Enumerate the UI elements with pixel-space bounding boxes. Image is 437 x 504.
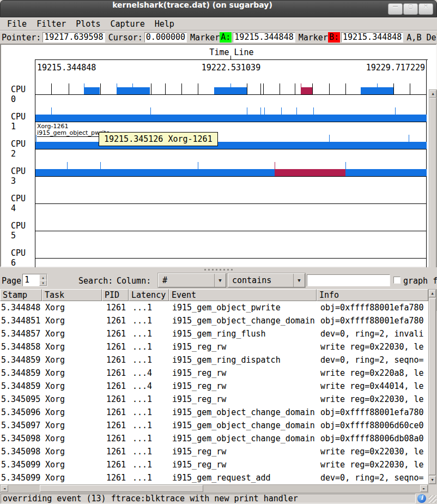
timeline-graph-panel[interactable]: Time Line 19215.34484819222.53103919229.… bbox=[0, 44, 437, 267]
column-header-latency[interactable]: Latency bbox=[129, 289, 169, 301]
maximize-button[interactable]: ▢ bbox=[403, 3, 418, 15]
cell-stamp: 5.345098 bbox=[0, 432, 42, 445]
table-row[interactable]: 5.345099Xorg1261...1i915_gem_request_add… bbox=[0, 471, 428, 484]
close-icon: ✕ bbox=[423, 4, 428, 10]
titlebar[interactable]: kernelshark(trace.dat) (on sugarbay) — ▢… bbox=[0, 0, 437, 17]
match-select[interactable]: contains ▼ bbox=[228, 273, 305, 287]
table-row[interactable]: 5.345095Xorg1261...1i915_reg_rwwrite reg… bbox=[0, 393, 428, 406]
table-row[interactable]: 5.344857Xorg1261...1i915_gem_ring_flushd… bbox=[0, 327, 428, 340]
cpu-label-6: CPU 6 bbox=[1, 248, 33, 268]
cpu-plot-0[interactable] bbox=[35, 78, 427, 95]
cpu-label-1: CPU 1 bbox=[1, 112, 33, 131]
resize-grip[interactable] bbox=[429, 495, 436, 503]
column-select-value: # bbox=[162, 275, 167, 285]
spin-down-icon[interactable]: ▼ bbox=[39, 280, 47, 286]
event-tick bbox=[51, 83, 52, 94]
cell-task: Xorg bbox=[42, 458, 102, 471]
cpu-baseline bbox=[35, 231, 427, 231]
search-entry[interactable] bbox=[307, 274, 390, 286]
menu-item-filter[interactable]: Filter bbox=[32, 19, 71, 29]
scroll-left-icon[interactable]: ◄ bbox=[1, 485, 8, 492]
table-row[interactable]: 5.344848Xorg1261...1i915_gem_object_pwri… bbox=[0, 301, 428, 314]
cell-pid: 1261 bbox=[102, 340, 129, 353]
cell-pid: 1261 bbox=[102, 458, 129, 471]
column-select[interactable]: # ▼ bbox=[158, 273, 226, 287]
column-header-event[interactable]: Event bbox=[169, 289, 317, 301]
cell-info: dev=0, ring=2, seqno= bbox=[317, 471, 428, 484]
cell-stamp: 5.345095 bbox=[0, 393, 42, 406]
task-event-tick bbox=[100, 162, 101, 176]
column-header-stamp[interactable]: Stamp bbox=[0, 289, 42, 301]
search-bar: Page 1 ▲ ▼ Search: Column: # ▼ contains … bbox=[0, 272, 437, 289]
menu-item-file[interactable]: File bbox=[2, 19, 32, 29]
event-tick bbox=[312, 83, 313, 94]
cpu-plot-1[interactable] bbox=[35, 105, 427, 122]
event-tick bbox=[198, 83, 198, 94]
table-row[interactable]: 5.345097Xorg1261...1i915_gem_object_chan… bbox=[0, 419, 428, 432]
menu-item-plots[interactable]: Plots bbox=[71, 19, 105, 29]
menu-item-help[interactable]: Help bbox=[150, 19, 179, 29]
task-event-tick bbox=[409, 135, 409, 149]
table-row[interactable]: 5.344851Xorg1261...1i915_gem_object_chan… bbox=[0, 314, 428, 327]
cell-pid: 1261 bbox=[102, 432, 129, 445]
ab-delta-label: A,B Delta: bbox=[406, 33, 437, 43]
info-icon[interactable]: i bbox=[417, 494, 426, 503]
task-wait-segment bbox=[275, 169, 345, 176]
table-row[interactable]: 5.344859Xorg1261...1i915_gem_ring_dispat… bbox=[0, 353, 428, 367]
scroll-up-icon[interactable]: ▲ bbox=[429, 90, 436, 98]
column-header-pid[interactable]: PID bbox=[102, 289, 129, 301]
table-vertical-scrollbar[interactable]: ▲ ▼ bbox=[428, 289, 436, 484]
scroll-up-icon[interactable]: ▲ bbox=[429, 290, 436, 297]
event-tick bbox=[69, 83, 69, 94]
cell-info: obj=0xffff88001efa780 bbox=[317, 301, 428, 314]
event-tick bbox=[393, 83, 394, 94]
cell-event: i915_reg_rw bbox=[169, 380, 317, 393]
page-spinner[interactable]: 1 ▲ ▼ bbox=[22, 274, 47, 286]
task-event-tick bbox=[84, 83, 84, 94]
table-header: StampTaskPIDLatencyEventInfo bbox=[0, 289, 428, 301]
table-scrollbar-thumb[interactable] bbox=[429, 298, 436, 475]
table-horizontal-scrollbar[interactable]: ◄ ► bbox=[0, 484, 428, 493]
cell-stamp: 5.345097 bbox=[0, 419, 42, 432]
cell-event: i915_gem_object_change_domain bbox=[169, 314, 317, 327]
close-button[interactable]: ✕ bbox=[418, 3, 433, 15]
table-row[interactable]: 5.345096Xorg1261...1i915_gem_object_chan… bbox=[0, 406, 428, 419]
table-row[interactable]: 5.344859Xorg1261...4i915_reg_rwwrite reg… bbox=[0, 380, 428, 393]
scroll-right-icon[interactable]: ► bbox=[420, 485, 428, 492]
cpu-plot-5[interactable] bbox=[35, 214, 427, 231]
event-tick bbox=[181, 83, 182, 94]
time-axis-labels: 19215.34484819222.53103919229.717229 bbox=[36, 63, 426, 71]
column-header-info[interactable]: Info bbox=[317, 289, 428, 301]
table-row[interactable]: 5.344859Xorg1261...4i915_reg_rwwrite reg… bbox=[0, 367, 428, 380]
cpu-plot-6[interactable] bbox=[35, 242, 427, 259]
cpu-baseline bbox=[35, 94, 427, 95]
menu-item-capture[interactable]: Capture bbox=[105, 19, 149, 29]
time-axis-tick-label: 19229.717229 bbox=[366, 63, 425, 73]
cell-event: i915_gem_object_change_domain bbox=[169, 419, 317, 432]
cell-task: Xorg bbox=[42, 406, 102, 419]
cpu-label-2: CPU 2 bbox=[1, 139, 33, 159]
minimize-button[interactable]: — bbox=[388, 3, 403, 15]
table-row[interactable]: 5.344858Xorg1261...1i915_reg_rwwrite reg… bbox=[0, 340, 428, 353]
cell-pid: 1261 bbox=[102, 327, 129, 340]
table-row[interactable]: 5.345099Xorg1261...1i915_reg_rwwrite reg… bbox=[0, 458, 428, 471]
task-event-tick bbox=[67, 162, 68, 176]
cpu-plot-3[interactable] bbox=[35, 160, 427, 177]
cell-task: Xorg bbox=[42, 301, 102, 314]
table-row[interactable]: 5.345098Xorg1261...1i915_gem_object_chan… bbox=[0, 432, 428, 445]
cell-info: write reg=0x22030, le bbox=[317, 445, 428, 458]
task-event-tick bbox=[51, 107, 52, 122]
cpu-plot-4[interactable] bbox=[35, 187, 427, 204]
cell-latency: ...1 bbox=[129, 419, 169, 432]
table-hscrollbar-thumb[interactable] bbox=[40, 485, 203, 492]
table-row[interactable]: 5.345098Xorg1261...1i915_reg_rwwrite reg… bbox=[0, 445, 428, 458]
cell-pid: 1261 bbox=[102, 367, 129, 380]
graph-follows-checkbox[interactable] bbox=[393, 277, 400, 284]
pane-divider-handle[interactable] bbox=[0, 267, 437, 272]
column-header-task[interactable]: Task bbox=[42, 289, 102, 301]
task-event-tick bbox=[132, 83, 133, 94]
scroll-down-icon[interactable]: ▼ bbox=[429, 476, 436, 484]
cell-stamp: 5.345099 bbox=[0, 471, 42, 484]
search-label: Search: bbox=[78, 276, 113, 286]
marker-a-value: 19215.344848 bbox=[233, 32, 295, 43]
